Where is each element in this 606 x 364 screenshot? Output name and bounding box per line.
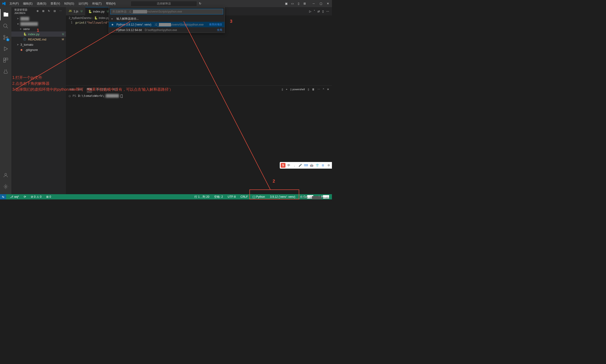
terminal-more-icon[interactable]: ⋯ [317,88,320,91]
file-tree: > ████ ∨ ████████ > venv 🐍 index.py U ⓘ … [11,15,66,194]
chevron-down-icon: ∨ [17,23,20,25]
activity-extensions-icon[interactable] [0,54,11,66]
minimize-icon[interactable]: ─ [312,1,316,6]
menu-view[interactable]: 查看(V) [49,1,62,7]
ime-punct-icon[interactable]: ， [292,163,297,168]
ime-keyboard-icon[interactable]: ⌨ [303,163,308,168]
tree-folder[interactable]: > ████ [11,16,66,21]
tab-1js[interactable]: JS 1.js U [66,7,85,15]
collapse-icon[interactable]: ⊟ [54,10,57,13]
status-ports[interactable]: ⊞ 0 [45,195,52,198]
code-token: "hellowolrd" [86,21,109,24]
svg-point-2 [3,35,5,37]
status-eol[interactable]: CRLF [239,195,249,198]
status-sync[interactable]: ⟳ [23,195,27,198]
tree-file-gitignore[interactable]: ◆ .gitignore [11,47,66,52]
picker-enter-path[interactable]: + 输入解释器路径... [109,16,224,22]
tab-index-py[interactable]: 🐍 index.py U [85,7,112,15]
tree-badge: M [62,38,64,41]
terminal-type[interactable]: ▯ powershell [290,88,305,91]
ime-tools-icon[interactable]: ⊞ [320,163,325,168]
terminal-trash-icon[interactable]: 🗑 [312,88,315,91]
breadcrumb-segment[interactable]: 2_hyBatchDanmu [69,16,91,20]
terminal-content[interactable]: ○ PS D:\tomatoWork\j███████ [66,93,332,194]
status-branch[interactable]: ⎇ wq* [9,195,20,198]
menu-help[interactable]: 帮助(H) [104,1,118,7]
status-interpreter[interactable]: 3.9.12 ('venv': venv) [269,195,297,199]
status-remote[interactable]: ⇆ [0,194,6,199]
activity-explorer-icon[interactable] [0,9,11,20]
ime-skin-icon[interactable]: 👕 [315,163,320,168]
watermark: CSDN @█████tomato [301,196,329,199]
activity-debug-icon[interactable] [0,43,11,54]
menu-terminal[interactable]: 终端(T) [90,1,103,7]
split-icon[interactable]: ▯ [322,10,324,13]
more-icon[interactable]: ⋯ [326,10,329,13]
tree-file-readme[interactable]: ⓘ README.md M [11,37,66,42]
interpreter-picker: + 输入解释器路径... ★ Python 3.9.12 ('venv': ve… [109,7,225,33]
ime-settings-icon[interactable]: ⚙ [326,163,331,168]
activity-settings-icon[interactable] [0,181,11,192]
more-icon[interactable]: ⋯ [59,10,63,13]
ime-ai-icon[interactable]: 🤖 [309,163,314,168]
status-position[interactable]: 行 1，列 20 [193,195,210,199]
panel-tab-ports[interactable]: 端口 [113,87,118,92]
status-encoding[interactable]: UTF-8 [227,195,237,198]
titlebar-title[interactable]: 选择解释器 [131,1,197,6]
activity-bar: 5 [0,7,11,194]
run-icon[interactable]: ▷ [309,10,311,13]
maximize-icon[interactable]: ▢ [319,1,323,6]
menu-selection[interactable]: 选择(S) [35,1,48,7]
menu-go[interactable]: 转到(G) [62,1,76,7]
activity-account-icon[interactable] [0,169,11,181]
picker-input[interactable] [110,9,223,14]
layout-panel-left-icon[interactable]: ▣ [284,1,288,6]
activity-search-icon[interactable] [0,20,11,32]
terminal-maximize-icon[interactable]: ^ [323,88,324,91]
new-folder-icon[interactable]: ⊞ [42,10,46,13]
panel-tab-output[interactable]: 输出 [78,87,83,92]
terminal-add-icon[interactable]: + [286,88,287,91]
new-file-icon[interactable]: ⊕ [37,10,40,13]
close-icon[interactable]: ✕ [326,1,330,6]
compare-icon[interactable]: ⇄ [317,10,320,13]
tree-file-index-py[interactable]: 🐍 index.py U [11,31,66,37]
breadcrumb-segment[interactable]: index.py [99,16,109,20]
tree-label: 3_tomato [20,43,66,46]
terminal-split-icon[interactable]: ▯ [308,88,309,91]
menu-run[interactable]: 运行(R) [77,1,90,7]
ime-logo-icon[interactable]: S [281,163,286,168]
terminal-close-icon[interactable]: ✕ [327,88,329,91]
picker-item-global[interactable]: Python 3.9.12 64-bit D:\soft\python\pyth… [109,27,224,33]
svg-point-3 [3,38,5,39]
layout-panel-right-icon[interactable]: ▯ [296,1,301,6]
menu-file[interactable]: 文件(F) [8,1,21,7]
menu-edit[interactable]: 编辑(E) [21,1,34,7]
svg-point-0 [3,24,7,27]
status-problems[interactable]: ⊘ 0 ⚠ 0 [30,195,42,198]
picker-item-venv[interactable]: ★ Python 3.9.12 ('venv': venv) .\2_█████… [109,22,224,27]
tree-label: venv [23,27,66,31]
ime-voice-icon[interactable]: 🎤 [298,163,303,168]
panel-tab-terminal[interactable]: 终端 [87,86,92,92]
ime-lang-icon[interactable]: 中 [286,163,291,168]
tree-folder[interactable]: ∨ ████████ [11,21,66,26]
picker-label: Python 3.9.12 64-bit [116,28,142,32]
tree-folder-venv[interactable]: > venv [11,26,66,31]
tree-folder-tomato[interactable]: > 3_tomato [11,42,66,47]
refresh-icon[interactable]: ↻ [48,10,52,13]
layout-customize-icon[interactable]: ⊞ [303,1,307,6]
panel-tab-debug[interactable]: 调试控制台 [96,87,109,92]
chevron-down-icon[interactable]: ˅ [314,10,315,13]
refresh-icon[interactable]: ↻ [199,2,201,5]
terminal-cursor [121,94,123,98]
code-token: print [75,21,85,24]
sidebar: 资源管理器: JIAOBEN ⊕ ⊞ ↻ ⊟ ⋯ > ████ ∨ ██████… [11,7,66,194]
terminal-split-icon[interactable]: ▯ [282,88,283,91]
status-spaces[interactable]: 空格: 2 [213,195,224,199]
status-language[interactable]: { } Python [252,195,266,198]
panel-tab-problems[interactable]: 问题 [69,87,74,92]
layout-panel-bottom-icon[interactable]: ▭ [290,1,294,6]
activity-testing-icon[interactable] [0,66,11,77]
activity-scm-icon[interactable]: 5 [0,32,11,43]
